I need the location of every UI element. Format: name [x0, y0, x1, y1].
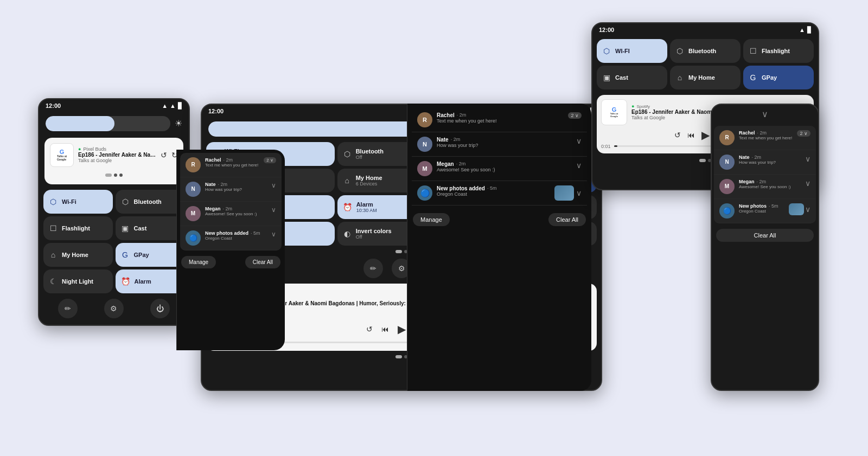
photo-thumb-d2	[554, 185, 574, 201]
tile-label-myhome-d1: My Home	[62, 252, 107, 258]
spotify-icon-d1: ●	[78, 146, 81, 152]
avatar-megan-d2: M	[417, 161, 432, 176]
replay-btn-d3[interactable]: ↺	[674, 131, 681, 139]
tile-cast-d1[interactable]: ▣ Cast	[116, 216, 185, 240]
tile-myhome-d3[interactable]: ⌂ My Home	[670, 66, 741, 89]
notif-list-d2: R Rachel · 2m Text me when you get here!…	[412, 108, 587, 205]
dot-1-d1	[105, 174, 112, 177]
status-bar-d3: 12:00 ▲ ▊	[592, 23, 818, 37]
battery-status-d3: ▊	[807, 27, 812, 34]
avatar-photos-d2: 🔵	[417, 185, 432, 201]
notif-photos-d1: 🔵 New photos added · 5m Oregon Coast ∨	[180, 226, 282, 251]
notif-rachel-d2: R Rachel · 2m Text me when you get here!…	[412, 108, 587, 132]
status-icons-d1: ▲ ▲ ▊	[162, 102, 182, 110]
tile-text-nightlight-d1: Night Light	[62, 278, 107, 285]
expand-megan-d4[interactable]: ∨	[805, 179, 810, 188]
panel-actions-d1: Manage Clear All	[177, 254, 285, 271]
dot-3-d1	[119, 174, 123, 177]
avatar-nate-d2: N	[417, 137, 432, 152]
gpay-icon-d1: G	[121, 251, 130, 259]
clearall-btn-d4[interactable]: Clear All	[716, 229, 814, 242]
tile-gpay-d1[interactable]: G GPay	[116, 243, 185, 267]
time-d3: 12:00	[599, 27, 614, 33]
alarm-icon-d2: ⏰	[343, 203, 352, 211]
chevron-d4[interactable]: ∨	[712, 105, 818, 124]
tile-wifi-d3[interactable]: ⬡ WI-FI	[597, 39, 667, 63]
media-subtitle-d1: Talks at Google	[78, 158, 156, 163]
manage-btn-d1[interactable]: Manage	[181, 256, 216, 268]
tile-bluetooth-d1[interactable]: ⬡ Bluetooth	[116, 190, 185, 214]
notif-rachel-d1: R Rachel · 2m Text me when you get here!…	[180, 153, 282, 177]
media-art-d3: G Talks atGoogle	[601, 99, 627, 125]
cast-icon-d3: ▣	[602, 73, 611, 82]
notif-body-nate-d2: How was your trip?	[437, 143, 572, 148]
notif-expand-photos-d2[interactable]: ∨	[576, 189, 582, 197]
media-source-d1: ● Pixel Buds	[78, 146, 156, 152]
cast-icon-d1: ▣	[121, 224, 130, 233]
tile-text-myhome-d1: My Home	[62, 252, 107, 258]
replay-btn-d1[interactable]: ↺	[161, 151, 167, 159]
notif-expand-megan-d2[interactable]: ∨	[576, 161, 582, 170]
notif-panel-d1: R Rachel · 2m Text me when you get here!…	[176, 150, 285, 350]
home-icon-d1: ⌂	[49, 251, 58, 259]
google-art-d1: G Talks atGoogle	[57, 149, 67, 161]
tile-text-bluetooth-d1: Bluetooth	[134, 198, 180, 205]
tile-label-wifi-d1: Wi-Fi	[62, 198, 107, 205]
avatar-rachel-d4: R	[719, 130, 735, 145]
expand-nate-d1[interactable]: ∨	[271, 182, 276, 189]
body-megan-d4: Awesome! See you soon :)	[739, 184, 801, 189]
notif-expand-rachel-d2[interactable]: 2 ∨	[568, 112, 582, 119]
notif-megan-d4: M Megan · 2m Awesome! See you soon :) ∨	[714, 175, 816, 199]
manage-btn-d2[interactable]: Manage	[413, 213, 450, 226]
expand-nate-d4[interactable]: ∨	[805, 155, 810, 163]
expand-photos-d4[interactable]: ∨	[805, 205, 810, 214]
time-d1: 12:00	[46, 102, 61, 109]
expand-megan-d1[interactable]: ∨	[271, 206, 276, 214]
prev-btn-d3[interactable]: ⏮	[687, 131, 695, 139]
clearall-container-d4: Clear All	[712, 226, 818, 245]
tile-bluetooth-d3[interactable]: ⬡ Bluetooth	[670, 39, 741, 63]
body-megan-d1: Awesome! See you soon :)	[205, 211, 267, 216]
expand-rachel-d4[interactable]: 2 ∨	[797, 130, 810, 137]
play-btn-d2[interactable]: ▶	[398, 323, 406, 336]
tile-text-wifi-d1: Wi-Fi	[62, 198, 107, 205]
alarm-icon-d1: ⏰	[121, 277, 130, 286]
media-art-d1: G Talks atGoogle	[50, 143, 74, 167]
notif-photos-d4: 🔵 New photos · 5m Oregon Coast ∨	[714, 199, 816, 223]
body-photos-d1: Oregon Coast	[205, 236, 267, 241]
clearall-btn-d1[interactable]: Clear All	[245, 256, 280, 268]
bluetooth-icon-d3: ⬡	[675, 47, 684, 55]
tile-gpay-d3[interactable]: G GPay	[743, 66, 814, 89]
expand-photos-d1[interactable]: ∨	[271, 230, 276, 238]
tile-flashlight-d3[interactable]: ☐ Flashlight	[743, 39, 814, 63]
dots-d1	[50, 171, 178, 179]
device-right-panel: ∨ R Rachel · 2m Text me when you get her…	[711, 104, 819, 391]
brightness-row-d1: ☀	[39, 113, 189, 134]
qs-tiles-d1: ⬡ Wi-Fi ⬡ Bluetooth ☐ Flashlight ▣	[39, 188, 189, 296]
tile-myhome-d1[interactable]: ⌂ My Home	[43, 243, 113, 267]
pencil-btn-d2[interactable]: ✏	[363, 259, 383, 278]
tile-wifi-d1[interactable]: ⬡ Wi-Fi	[43, 190, 113, 214]
status-icons-d3: ▲ ▊	[799, 27, 812, 34]
tile-nightlight-d1[interactable]: ☾ Night Light	[43, 269, 113, 293]
spotify-icon-d3: ●	[631, 104, 634, 109]
notif-megan-d1: M Megan · 2m Awesome! See you soon :) ∨	[180, 202, 282, 226]
power-btn-d1[interactable]: ⏻	[150, 299, 170, 318]
prev-btn-d2[interactable]: ⏮	[381, 325, 389, 333]
tile-cast-d3[interactable]: ▣ Cast	[597, 66, 667, 89]
name-nate-d4: Nate	[739, 155, 750, 160]
chevron-down-d1[interactable]: ∨	[39, 322, 189, 326]
name-photos-d4: New photos	[739, 203, 767, 209]
tile-flashlight-d1[interactable]: ☐ Flashlight	[43, 216, 113, 240]
play-btn-d3[interactable]: ▶	[701, 129, 710, 142]
replay-btn-d2[interactable]: ↺	[366, 325, 373, 333]
tile-alarm-d1[interactable]: ⏰ Alarm	[116, 269, 185, 293]
avatar-nate-d1: N	[186, 182, 201, 197]
notif-expand-nate-d2[interactable]: ∨	[576, 137, 582, 145]
clearall-btn-d2[interactable]: Clear All	[548, 213, 586, 226]
signal-icon-d1: ▲	[162, 102, 168, 109]
brightness-slider-d1[interactable]	[46, 116, 170, 131]
name-rachel-d4: Rachel	[739, 130, 755, 136]
settings-btn-d1[interactable]: ⚙	[104, 299, 124, 318]
pencil-btn-d1[interactable]: ✏	[58, 299, 78, 318]
